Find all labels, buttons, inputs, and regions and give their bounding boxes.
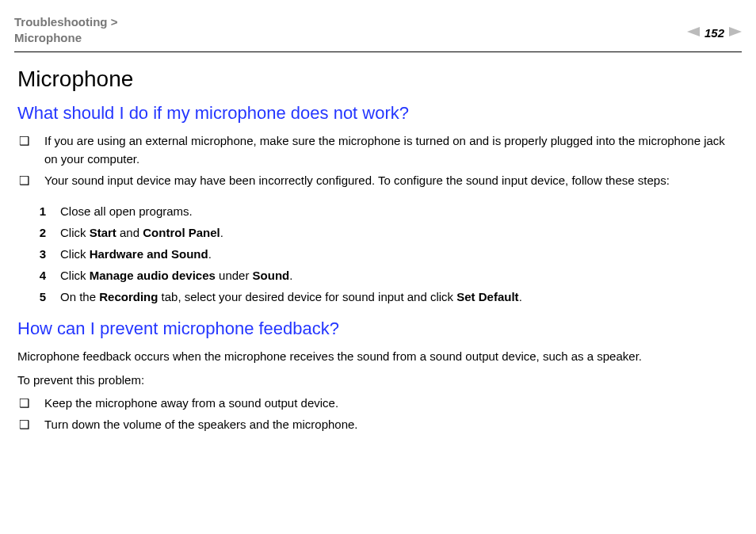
bullet-list: ❑ Keep the microphone away from a sound … xyxy=(17,394,739,434)
page-content: Microphone What should I do if my microp… xyxy=(14,67,742,434)
svg-marker-1 xyxy=(729,27,742,36)
step-item: 4 Click Manage audio devices under Sound… xyxy=(33,265,739,286)
step-text: Click Hardware and Sound. xyxy=(60,243,739,265)
section-heading: What should I do if my microphone does n… xyxy=(17,103,739,124)
step-text: Click Start and Control Panel. xyxy=(60,222,739,243)
page-title: Microphone xyxy=(17,67,739,92)
page-header: Troubleshooting > Microphone 152 xyxy=(14,14,742,47)
section-heading: How can I prevent microphone feedback? xyxy=(17,318,739,339)
list-item-text: Your sound input device may have been in… xyxy=(44,171,739,189)
bullet-icon: ❑ xyxy=(17,394,30,412)
step-number: 4 xyxy=(33,265,46,286)
breadcrumb-child: Microphone xyxy=(14,31,82,44)
list-item-text: If you are using an external microphone,… xyxy=(44,132,739,169)
page-next-icon[interactable] xyxy=(729,25,742,40)
bullet-list: ❑ If you are using an external microphon… xyxy=(17,132,739,190)
step-item: 3 Click Hardware and Sound. xyxy=(33,243,739,265)
step-item: 5 On the Recording tab, select your desi… xyxy=(33,286,739,307)
svg-marker-0 xyxy=(687,27,700,36)
step-item: 2 Click Start and Control Panel. xyxy=(33,222,739,243)
bullet-icon: ❑ xyxy=(17,132,30,169)
list-item: ❑ Turn down the volume of the speakers a… xyxy=(17,415,739,433)
bullet-icon: ❑ xyxy=(17,415,30,433)
step-number: 2 xyxy=(33,222,46,243)
breadcrumb: Troubleshooting > Microphone xyxy=(14,14,117,47)
list-item: ❑ Your sound input device may have been … xyxy=(17,171,739,189)
bullet-icon: ❑ xyxy=(17,171,30,189)
list-item: ❑ Keep the microphone away from a sound … xyxy=(17,394,739,412)
page-navigator: 152 xyxy=(687,25,742,40)
list-item-text: Turn down the volume of the speakers and… xyxy=(44,415,739,433)
step-text: Close all open programs. xyxy=(60,200,739,222)
document-page: Troubleshooting > Microphone 152 Microph… xyxy=(0,0,756,534)
step-text: Click Manage audio devices under Sound. xyxy=(60,265,739,286)
page-number: 152 xyxy=(704,26,724,40)
step-number: 3 xyxy=(33,243,46,265)
step-item: 1 Close all open programs. xyxy=(33,200,739,222)
header-divider xyxy=(14,51,742,52)
step-number: 1 xyxy=(33,200,46,222)
paragraph: To prevent this problem: xyxy=(17,371,739,389)
paragraph: Microphone feedback occurs when the micr… xyxy=(17,347,739,365)
list-item-text: Keep the microphone away from a sound ou… xyxy=(44,394,739,412)
step-text: On the Recording tab, select your desire… xyxy=(60,286,739,307)
page-prev-icon[interactable] xyxy=(687,25,700,40)
ordered-steps: 1 Close all open programs. 2 Click Start… xyxy=(33,200,739,307)
step-number: 5 xyxy=(33,286,46,307)
list-item: ❑ If you are using an external microphon… xyxy=(17,132,739,169)
breadcrumb-parent: Troubleshooting xyxy=(14,15,108,29)
breadcrumb-separator: > xyxy=(111,15,118,29)
